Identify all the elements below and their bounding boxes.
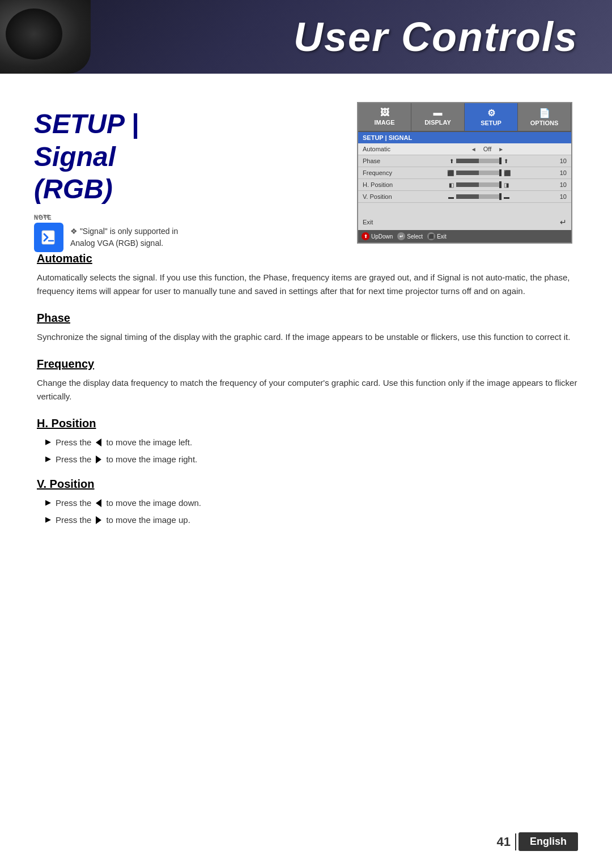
bullet-arrow-icon-3: ▶ (45, 497, 51, 509)
osd-tabs: 🖼 IMAGE ▬ DISPLAY ⚙ SETUP 📄 OPTIONS (358, 103, 571, 132)
osd-panel: 🖼 IMAGE ▬ DISPLAY ⚙ SETUP 📄 OPTIONS SETU… (357, 102, 572, 244)
bullet-h-right: ▶ Press the to move the image right. (45, 453, 578, 466)
body-frequency: Change the display data frequency to mat… (34, 376, 578, 403)
main-content: SETUP | Signal (RGB) NOTE ❖ "Signal" is … (0, 74, 612, 572)
heading-v-position: V. Position (34, 478, 578, 491)
osd-tab-image[interactable]: 🖼 IMAGE (358, 103, 411, 131)
heading-automatic: Automatic (34, 252, 578, 265)
osd-footer-select: ↵ Select (397, 232, 423, 240)
camera-decoration (0, 0, 91, 74)
osd-row-frequency[interactable]: Frequency ⬛ ⬛ 10 (358, 167, 571, 179)
arrow-right-icon (96, 456, 101, 463)
content-area: Automatic Automatically selects the sign… (34, 252, 578, 527)
heading-frequency: Frequency (34, 358, 578, 371)
bullet-v-up: ▶ Press the to move the image up. (45, 513, 578, 527)
page-title: User Controls (294, 14, 578, 60)
page-divider (515, 833, 516, 850)
bullets-v-position: ▶ Press the to move the image down. ▶ Pr… (34, 496, 578, 527)
osd-row-phase[interactable]: Phase ⬆ ⬆ 10 (358, 155, 571, 167)
page-language: English (518, 832, 578, 851)
osd-row-h-position[interactable]: H. Position ◧ ◨ 10 (358, 179, 571, 191)
osd-footer: ⬆ UpDown ↵ Select ⬛ Exit (358, 230, 571, 242)
body-phase: Synchronize the signal timing of the dis… (34, 330, 578, 344)
osd-exit-row[interactable]: Exit ↵ (358, 214, 571, 230)
bullet-h-left: ▶ Press the to move the image left. (45, 436, 578, 449)
arrow-left-icon-2 (96, 499, 101, 507)
osd-breadcrumb: SETUP | SIGNAL (358, 132, 571, 143)
bullet-arrow-icon-2: ▶ (45, 453, 51, 465)
osd-footer-updown: ⬆ UpDown (362, 232, 393, 240)
setup-title: SETUP | Signal (RGB) (34, 108, 204, 206)
page-header: User Controls (0, 0, 612, 74)
heading-phase: Phase (34, 312, 578, 325)
note-box: NOTE ❖ "Signal" is only supported in Ana… (34, 223, 204, 252)
page-number: 41 (497, 835, 511, 849)
page-footer: 41 English (497, 832, 579, 851)
arrow-right-icon-2 (96, 516, 101, 524)
bullet-v-down: ▶ Press the to move the image down. (45, 496, 578, 510)
bullet-arrow-icon: ▶ (45, 436, 51, 448)
note-text: ❖ "Signal" is only supported in Analog V… (70, 223, 204, 249)
body-automatic: Automatically selects the signal. If you… (34, 271, 578, 298)
bullets-h-position: ▶ Press the to move the image left. ▶ Pr… (34, 436, 578, 466)
left-section: SETUP | Signal (RGB) NOTE ❖ "Signal" is … (34, 96, 204, 252)
bullet-arrow-icon-4: ▶ (45, 514, 51, 526)
osd-footer-exit: ⬛ Exit (427, 232, 447, 240)
osd-tab-setup[interactable]: ⚙ SETUP (465, 103, 518, 131)
osd-row-automatic[interactable]: Automatic ◄ Off ► (358, 143, 571, 155)
osd-row-v-position[interactable]: V. Position ▬ ▬ 10 (358, 191, 571, 203)
note-icon: NOTE (34, 223, 63, 252)
arrow-left-icon (96, 439, 101, 446)
heading-h-position: H. Position (34, 417, 578, 430)
osd-tab-display[interactable]: ▬ DISPLAY (411, 103, 465, 131)
osd-tab-options[interactable]: 📄 OPTIONS (518, 103, 571, 131)
